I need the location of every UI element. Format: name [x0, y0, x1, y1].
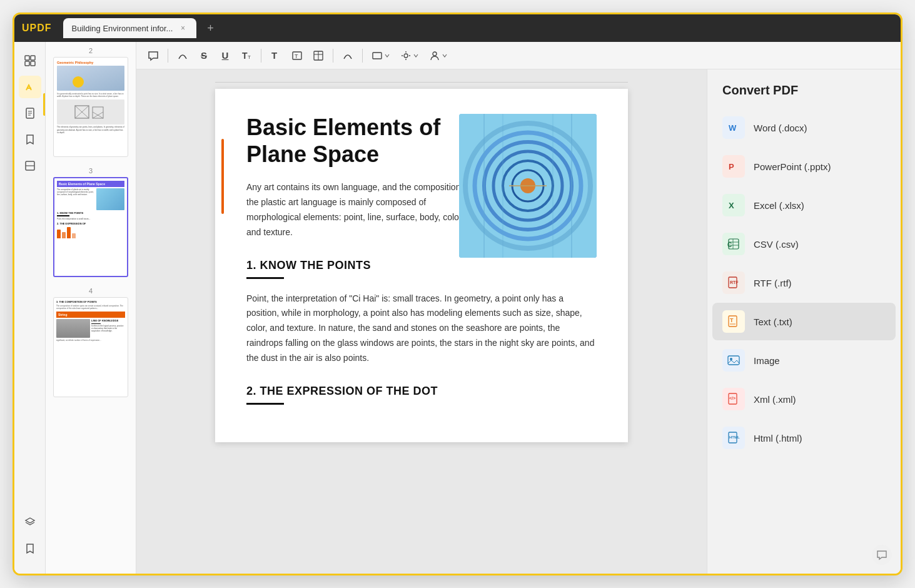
svg-text:X: X	[729, 201, 734, 210]
pdf-tunnel-image	[459, 114, 597, 258]
svg-text:T: T	[248, 54, 251, 60]
pdf-viewer[interactable]: Basic Elements of Plane Space	[136, 69, 707, 574]
tool-dropdown[interactable]	[397, 49, 423, 63]
page-divider	[215, 82, 628, 83]
pdf-page: Basic Elements of Plane Space	[215, 89, 628, 442]
text-small-btn[interactable]: T T	[237, 46, 256, 65]
pdf-title-area: Basic Elements of Plane Space	[246, 114, 472, 168]
section1-body: Point, the interpretation of "Ci Hai" is…	[246, 291, 597, 366]
text-type-btn[interactable]: T	[288, 46, 306, 65]
page-accent-bar	[221, 139, 224, 214]
convert-image-btn[interactable]: Image	[712, 342, 896, 379]
section2-underline	[246, 403, 284, 405]
rtf-label: RTF (.rtf)	[754, 278, 792, 288]
sidebar-layers2-btn[interactable]	[19, 511, 41, 534]
thumb-2-img[interactable]: Geometric Philosophy It is geometrically…	[53, 57, 128, 157]
svg-text:T: T	[295, 53, 298, 59]
convert-panel: Convert PDF W Word (.docx)	[707, 69, 901, 574]
convert-rtf-btn[interactable]: RTF RTF (.rtf)	[712, 264, 896, 302]
svg-rect-24	[373, 53, 382, 59]
app-window: UPDF Building Environment infor... × +	[13, 13, 902, 575]
pen-tool-btn[interactable]	[338, 46, 357, 65]
comment-tool-btn[interactable]	[144, 46, 163, 65]
sidebar-thumbnails-btn[interactable]	[19, 49, 41, 72]
convert-excel-btn[interactable]: X Excel (.xlsx)	[712, 186, 896, 224]
sidebar-bookmark-btn[interactable]	[19, 128, 41, 151]
txt-label: Text (.txt)	[754, 317, 792, 327]
left-sidebar	[14, 42, 46, 574]
svg-rect-0	[25, 56, 29, 60]
convert-panel-title: Convert PDF	[707, 69, 901, 109]
text-large-btn[interactable]: T	[266, 46, 285, 65]
table-tool-btn[interactable]	[309, 46, 328, 65]
convert-list: W Word (.docx) P	[707, 109, 901, 457]
csv-icon: C	[722, 233, 745, 255]
convert-ppt-btn[interactable]: P PowerPoint (.pptx)	[712, 148, 896, 185]
word-icon: W	[722, 116, 745, 139]
separator-2	[261, 49, 261, 63]
ppt-icon: P	[722, 155, 745, 178]
section1-underline	[246, 277, 284, 279]
excel-icon: X	[722, 194, 745, 216]
title-bar: UPDF Building Environment infor... × +	[14, 14, 901, 42]
html-label: Html (.html)	[754, 433, 802, 444]
svg-text:W: W	[729, 123, 737, 133]
svg-point-26	[433, 52, 437, 56]
page-2-number: 2	[89, 47, 93, 54]
strikethrough-tool-btn[interactable]: S	[195, 46, 213, 65]
svg-text:T: T	[242, 51, 248, 61]
page-3-number: 3	[89, 167, 93, 175]
image-label: Image	[754, 355, 780, 366]
active-tab[interactable]: Building Environment infor... ×	[63, 18, 197, 38]
panel-comment-btn[interactable]	[872, 545, 892, 565]
convert-csv-btn[interactable]: C CSV (.csv)	[712, 225, 896, 263]
arc-tool-btn[interactable]	[173, 46, 192, 65]
svg-text:P: P	[729, 162, 734, 171]
svg-point-25	[404, 54, 408, 58]
csv-label: CSV (.csv)	[754, 239, 799, 250]
pdf-title: Basic Elements of Plane Space	[246, 114, 472, 168]
sidebar-active-indicator	[43, 93, 45, 116]
separator-1	[168, 49, 168, 63]
txt-icon: T	[722, 310, 745, 333]
convert-html-btn[interactable]: HTML Html (.html)	[712, 419, 896, 457]
convert-txt-btn[interactable]: T Text (.txt)	[712, 303, 896, 340]
underline-tool-btn[interactable]: U	[216, 46, 235, 65]
sidebar-pages-btn[interactable]	[19, 102, 41, 124]
thumb-page-4[interactable]: 4 3. THE COMPOSITION OF POINTS The compo…	[51, 287, 131, 397]
section1-title: 1. KNOW THE POINTS	[246, 259, 597, 272]
svg-text:C: C	[727, 241, 732, 248]
updf-logo: UPDF	[22, 23, 52, 34]
rtf-icon: RTF	[722, 271, 745, 294]
convert-word-btn[interactable]: W Word (.docx)	[712, 109, 896, 146]
tab-close-btn[interactable]: ×	[178, 23, 188, 33]
svg-text:T: T	[730, 317, 734, 323]
svg-rect-2	[25, 61, 29, 66]
thumb-3-img[interactable]: Basic Elements of Plane Space The compos…	[53, 177, 128, 277]
excel-label: Excel (.xlsx)	[754, 200, 804, 211]
ppt-label: PowerPoint (.pptx)	[754, 161, 831, 172]
sidebar-bookmark2-btn[interactable]	[19, 537, 41, 560]
content-area: Basic Elements of Plane Space	[136, 69, 901, 574]
separator-3	[333, 49, 333, 63]
convert-xml-btn[interactable]: </> Xml (.xml)	[712, 380, 896, 418]
thumb-4-img[interactable]: 3. THE COMPOSITION OF POINTS The composi…	[53, 297, 128, 397]
html-icon: HTML	[722, 427, 745, 449]
thumb-page-3[interactable]: 3 Basic Elements of Plane Space The comp…	[51, 167, 131, 277]
page-4-number: 4	[89, 287, 93, 295]
shape-dropdown[interactable]	[368, 49, 394, 63]
svg-text:T: T	[271, 50, 277, 61]
sidebar-highlight-btn[interactable]	[19, 76, 41, 98]
sidebar-layers-btn[interactable]	[19, 155, 41, 177]
svg-text:RTF: RTF	[730, 280, 739, 285]
thumb-page-2[interactable]: 2 Geometric Philosophy It is geometrical…	[51, 47, 131, 157]
svg-rect-15	[93, 107, 103, 118]
tab-title: Building Environment infor...	[72, 24, 173, 33]
svg-rect-1	[31, 56, 35, 60]
separator-4	[362, 49, 363, 63]
thumbnail-panel: 2 Geometric Philosophy It is geometrical…	[46, 42, 136, 574]
user-dropdown[interactable]	[425, 49, 452, 63]
image-icon	[722, 349, 745, 372]
new-tab-btn[interactable]: +	[203, 21, 218, 36]
svg-text:HTML: HTML	[729, 435, 740, 439]
